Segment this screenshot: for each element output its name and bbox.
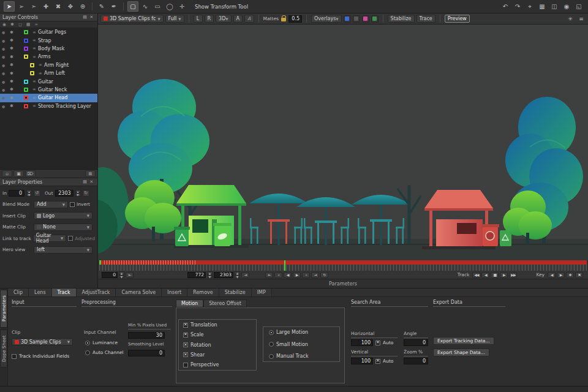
close-icon[interactable]: ✕ [88, 15, 95, 20]
grid-icon[interactable]: ▦ [537, 1, 548, 12]
tab-stabilize[interactable]: Stabilize [219, 288, 252, 296]
tab-lens[interactable]: Lens [29, 288, 51, 296]
layer-visibility-toggle[interactable]: ● [2, 63, 10, 67]
in-field[interactable]: 0 [9, 190, 24, 197]
menu-icon[interactable]: ≡ [577, 16, 586, 22]
add-point-tool[interactable]: ✚ [40, 1, 51, 12]
in-reset-button[interactable]: ↺ [34, 190, 40, 197]
tab-motion[interactable]: Motion [176, 300, 203, 307]
in-spinner[interactable]: ▲▼ [26, 190, 32, 197]
delete-keyframe-button[interactable]: ✖ [575, 272, 583, 278]
set-out-button[interactable]: ⇥ [241, 272, 249, 278]
out-spinner[interactable]: ▲▼ [75, 190, 81, 197]
manual-track-radio[interactable] [269, 354, 274, 359]
tab-insert[interactable]: Insert [162, 288, 187, 296]
layer-color-chip[interactable] [24, 47, 28, 51]
current-frame-field[interactable]: 772 [187, 272, 206, 278]
scale-checkbox[interactable] [183, 333, 188, 337]
delete-layer-button[interactable]: ⌦ [25, 170, 36, 177]
xspline-tool[interactable]: ∿ [140, 1, 151, 12]
spline-color-chip[interactable] [362, 15, 369, 23]
step-back-button[interactable]: ◀ [284, 272, 292, 278]
min-pixels-field[interactable]: 30 [128, 332, 165, 339]
magnetic-spline-tool[interactable]: ✛ [176, 1, 187, 12]
layer-row[interactable]: ●✱∞Arms [0, 53, 97, 61]
translation-checkbox[interactable] [183, 323, 188, 328]
step-forward-button[interactable]: ▶ [293, 272, 301, 278]
luminance-radio[interactable] [85, 341, 90, 345]
colorize-chip[interactable] [344, 15, 351, 23]
stereo-3d-button[interactable]: 3D▼ [216, 15, 231, 23]
stop-track-button[interactable]: ■ [491, 272, 499, 278]
stabilize-view-button[interactable]: Stabilize [388, 15, 415, 23]
layer-gear-icon[interactable]: ✱ [10, 96, 18, 100]
new-group-button[interactable]: ▣ [13, 170, 24, 177]
fast-rewind-button[interactable]: « [274, 272, 282, 278]
large-motion-radio[interactable] [269, 330, 274, 335]
layer-row[interactable]: ●✱∞Guitar [0, 77, 97, 85]
dock-icon[interactable]: ▤ [81, 179, 88, 184]
trace-button[interactable]: Trace [417, 15, 435, 23]
overlays-button[interactable]: Overlays▼ [311, 15, 342, 23]
layer-name[interactable]: Guitar Neck [38, 87, 67, 92]
dock-icon[interactable]: ▤ [81, 15, 88, 20]
remove-point-tool[interactable]: ✖ [53, 1, 64, 12]
vertical-field[interactable]: 100 [351, 358, 373, 364]
track-backwards-button[interactable]: ◀◀ [472, 272, 480, 278]
layer-row[interactable]: ●✱∞Body Mask [0, 45, 97, 53]
side-tab-parameters[interactable]: Parameters [0, 290, 7, 328]
layer-gear-icon[interactable]: ✱ [10, 104, 18, 108]
layer-name[interactable]: Guitar [38, 79, 53, 85]
smoothing-field[interactable]: 0 [128, 350, 165, 356]
layer-row[interactable]: ●✱∞Arm Left [0, 69, 97, 77]
rect-spline-tool[interactable]: ▭ [152, 1, 163, 12]
input-clip-select[interactable]: 3D Sample Clips ▼ [12, 338, 73, 345]
timeline-ruler[interactable] [99, 265, 587, 271]
track-individual-fields-checkbox[interactable] [12, 354, 17, 359]
lock-icon[interactable] [281, 18, 286, 21]
next-keyframe-button[interactable]: ▶ [557, 272, 565, 278]
out-reset-button[interactable]: ↻ [83, 190, 89, 197]
current-frame-spinner[interactable]: ▲▼ [207, 271, 213, 278]
horizontal-auto-checkbox[interactable] [375, 341, 380, 345]
layer-gear-icon[interactable]: ✱ [10, 30, 18, 35]
layer-row[interactable]: ●✱∞Guitar Neck [0, 86, 97, 94]
new-layer-button[interactable]: ▫ [2, 170, 12, 177]
layer-visibility-toggle[interactable]: ● [2, 104, 10, 108]
redo-icon[interactable]: ↷ [512, 1, 523, 12]
track-back-frame-button[interactable]: ◀ [481, 272, 489, 278]
layer-row-selected[interactable]: ●✱∞Guitar Head [0, 94, 97, 102]
layer-name[interactable]: Arm Right [44, 62, 69, 68]
track-fwd-frame-button[interactable]: ▶ [500, 272, 508, 278]
layer-name[interactable]: Stereo Tracking Layer [38, 104, 91, 109]
select-x-tool[interactable]: ➢ [16, 1, 27, 12]
gear-icon[interactable]: ✳ [566, 16, 575, 22]
shear-checkbox[interactable] [183, 352, 188, 357]
matte-view-chip[interactable] [353, 15, 360, 23]
expand-list-button[interactable]: ⊞ [85, 170, 96, 177]
layer-name[interactable]: Strap [38, 38, 51, 43]
tab-clip[interactable]: Clip [8, 288, 29, 296]
insert-clip-select[interactable]: Logo▼ [34, 212, 92, 219]
adjusted-checkbox[interactable] [68, 236, 73, 241]
close-icon[interactable]: ✕ [88, 179, 95, 184]
layer-color-chip[interactable] [24, 88, 28, 92]
layer-visibility-toggle[interactable]: ● [2, 88, 10, 92]
antialias-button[interactable]: A [244, 15, 254, 23]
layer-color-chip[interactable] [24, 104, 28, 108]
set-in-button[interactable]: ⇤ [126, 272, 134, 278]
layer-color-chip[interactable] [30, 71, 34, 75]
split-view-icon[interactable]: ◫ [549, 1, 560, 12]
layer-gear-icon[interactable]: ✱ [10, 62, 18, 67]
tab-remove[interactable]: Remove [187, 288, 219, 296]
proxy-button[interactable]: A [233, 15, 243, 23]
export-tracking-data-button[interactable]: Export Tracking Data... [433, 337, 494, 345]
layer-visibility-toggle[interactable]: ● [2, 96, 10, 100]
layer-color-chip[interactable] [24, 39, 28, 43]
out-field[interactable]: 2303 [55, 190, 74, 197]
export-shape-data-button[interactable]: Export Shape Data... [433, 349, 489, 356]
vertical-auto-checkbox[interactable] [375, 359, 380, 364]
layer-color-chip[interactable] [24, 30, 28, 34]
expand-icon[interactable]: ◱ [573, 1, 584, 12]
in-frame-field[interactable]: 0 [102, 272, 118, 278]
